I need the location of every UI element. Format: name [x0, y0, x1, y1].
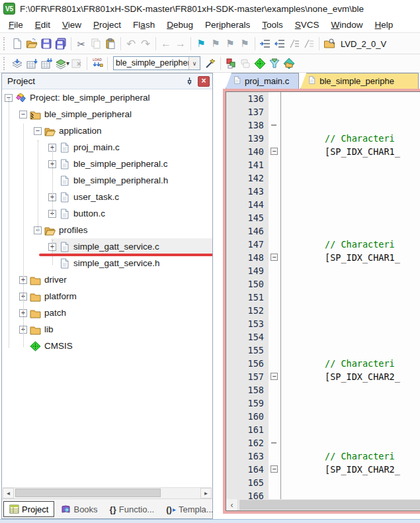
- scroll-right-button[interactable]: ►: [200, 488, 212, 499]
- toggle-bookmark-button[interactable]: ⚑: [194, 36, 208, 51]
- file-extensions-button[interactable]: [224, 56, 238, 71]
- toolbar-grip[interactable]: [3, 37, 7, 50]
- prev-bookmark-button[interactable]: ⚑: [223, 36, 237, 51]
- tree-item-button-c[interactable]: +button.c: [2, 205, 212, 222]
- code-line-160[interactable]: 160: [226, 410, 420, 423]
- cut-button[interactable]: ✂: [74, 36, 89, 51]
- code-editor[interactable]: 136137138139// Characteri140−[SP_IDX_CHA…: [226, 91, 420, 511]
- tree-item-ble-simple-peripheral-h[interactable]: ble_simple_peripheral.h: [2, 172, 212, 189]
- select-software-packs-button[interactable]: [267, 56, 282, 71]
- target-select-dropdown-button[interactable]: ∨: [189, 57, 200, 70]
- project-panel-hscrollbar[interactable]: ◄ ►: [3, 487, 212, 499]
- code-line-156[interactable]: 156// Characteri: [226, 357, 420, 370]
- target-options-button[interactable]: [203, 56, 218, 71]
- code-line-164[interactable]: 164−[SP_IDX_CHAR2_: [226, 463, 420, 476]
- close-panel-button[interactable]: ×: [198, 76, 210, 87]
- workspace-tab-functio[interactable]: {}Functio...: [105, 501, 160, 517]
- code-line-155[interactable]: 155: [226, 344, 420, 357]
- redo-button[interactable]: ↷: [138, 36, 153, 51]
- tree-item-user-task-c[interactable]: +user_task.c: [2, 189, 212, 205]
- tree-item-driver[interactable]: +driver: [2, 271, 212, 288]
- menu-help[interactable]: Help: [369, 18, 399, 32]
- comment-selection-button[interactable]: [287, 36, 302, 51]
- code-line-152[interactable]: 152: [226, 304, 420, 317]
- code-line-138[interactable]: 138: [226, 119, 420, 132]
- tree-item-project-ble-simple-peripheral[interactable]: −Project: ble_simple_peripheral: [2, 89, 212, 106]
- copy-button[interactable]: [89, 36, 103, 51]
- code-line-165[interactable]: 165: [226, 476, 420, 489]
- scroll-thumb[interactable]: [15, 489, 161, 497]
- scroll-track[interactable]: [14, 488, 200, 499]
- download-button[interactable]: LOAD: [90, 56, 105, 71]
- uncomment-selection-button[interactable]: [302, 36, 316, 51]
- workspace-tab-books[interactable]: ?Books: [56, 501, 103, 517]
- code-line-136[interactable]: 136: [226, 92, 420, 105]
- workspace-tab-project[interactable]: Project: [3, 501, 54, 517]
- tree-item-ble-simple-peripheral[interactable]: −ble_simple_peripheral: [2, 106, 212, 122]
- code-line-137[interactable]: 137: [226, 105, 420, 119]
- fold-collapse-box[interactable]: −: [271, 148, 278, 155]
- code-line-158[interactable]: 158: [226, 383, 420, 397]
- editor-tab-ble-simple-periphe[interactable]: ble_simple_periphe: [300, 73, 419, 89]
- toolbar-grip[interactable]: [3, 57, 7, 70]
- open-file-button[interactable]: [24, 36, 39, 51]
- translate-button[interactable]: [10, 56, 24, 71]
- menu-file[interactable]: File: [3, 18, 29, 32]
- navigate-back-button[interactable]: ←: [159, 36, 173, 51]
- save-all-button[interactable]: [54, 36, 68, 51]
- code-line-159[interactable]: 159: [226, 397, 420, 410]
- workspace-tab-templa[interactable]: ()▸Templa...: [161, 501, 218, 517]
- paste-button[interactable]: [103, 36, 118, 51]
- find-text-value[interactable]: LVD_2_0_V: [341, 39, 386, 49]
- next-bookmark-button[interactable]: ⚑: [208, 36, 223, 51]
- menu-tools[interactable]: Tools: [256, 18, 289, 32]
- tree-item-profiles[interactable]: −profiles: [2, 222, 212, 238]
- code-line-157[interactable]: 157−[SP_IDX_CHAR2_: [226, 370, 420, 383]
- tree-item-platform[interactable]: +platform: [2, 288, 212, 305]
- undo-button[interactable]: ↶: [124, 36, 138, 51]
- rebuild-all-button[interactable]: [39, 56, 54, 71]
- tree-item-proj-main-c[interactable]: +proj_main.c: [2, 139, 212, 156]
- find-in-files-icon[interactable]: [322, 36, 337, 51]
- build-button[interactable]: [24, 56, 39, 71]
- scroll-left-button[interactable]: ◄: [3, 488, 14, 499]
- menu-view[interactable]: View: [56, 18, 87, 32]
- collapse-expander[interactable]: −: [19, 111, 27, 119]
- tree-item-cmsis[interactable]: CMSIS: [2, 338, 212, 354]
- code-line-148[interactable]: 148−[SP_IDX_CHAR1_: [226, 251, 420, 264]
- menu-flash[interactable]: Flash: [127, 18, 161, 32]
- tree-item-simple-gatt-service-h[interactable]: simple_gatt_service.h: [2, 255, 212, 271]
- unindent-button[interactable]: [273, 36, 287, 51]
- tree-item-application[interactable]: −application: [2, 122, 212, 139]
- code-line-149[interactable]: 149: [226, 264, 420, 277]
- editor-scroll-left-button[interactable]: ‹: [226, 499, 238, 510]
- code-line-151[interactable]: 151: [226, 291, 420, 304]
- code-line-154[interactable]: 154: [226, 330, 420, 344]
- target-select[interactable]: ble_simple_periphera ∨: [113, 56, 200, 70]
- code-line-142[interactable]: 142: [226, 171, 420, 185]
- manage-rte-button[interactable]: [253, 56, 267, 71]
- code-line-139[interactable]: 139// Characteri: [226, 132, 420, 145]
- tree-item-simple-gatt-service-c[interactable]: +simple_gatt_service.c: [2, 238, 212, 255]
- navigate-forward-button[interactable]: →: [173, 36, 188, 51]
- save-button[interactable]: [39, 36, 54, 51]
- pack-installer-button[interactable]: [282, 56, 296, 71]
- code-line-162[interactable]: 162: [226, 436, 420, 450]
- menu-peripherals[interactable]: Peripherals: [199, 18, 256, 32]
- code-line-146[interactable]: 146: [226, 224, 420, 238]
- fold-collapse-box[interactable]: −: [271, 373, 278, 380]
- tree-item-patch[interactable]: +patch: [2, 305, 212, 321]
- menu-edit[interactable]: Edit: [29, 18, 56, 32]
- fold-collapse-box[interactable]: −: [271, 465, 278, 473]
- stop-build-button[interactable]: [69, 56, 84, 71]
- code-line-153[interactable]: 153: [226, 317, 420, 330]
- editor-tab-proj-main-c[interactable]: proj_main.c: [226, 73, 299, 89]
- menu-window[interactable]: Window: [325, 18, 369, 32]
- menu-project[interactable]: Project: [87, 18, 127, 32]
- new-file-button[interactable]: [10, 36, 24, 51]
- code-line-147[interactable]: 147// Characteri: [226, 238, 420, 251]
- indent-button[interactable]: [258, 36, 273, 51]
- tree-item-lib[interactable]: +lib: [2, 321, 212, 338]
- code-line-150[interactable]: 150: [226, 277, 420, 291]
- clear-bookmarks-button[interactable]: ⚑: [237, 36, 252, 51]
